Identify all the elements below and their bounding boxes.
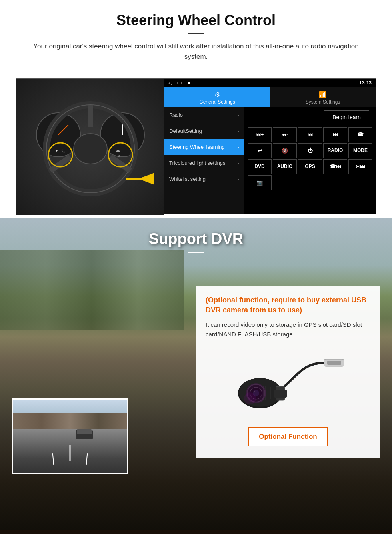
svg-text:-: -: [56, 154, 57, 158]
ctrl-phone[interactable]: ☎: [348, 127, 372, 142]
home-icon[interactable]: ○: [175, 80, 178, 86]
begin-learn-area: Begin learn: [248, 110, 372, 124]
svg-rect-20: [327, 361, 341, 365]
android-ui: ◁ ○ □ ■ 13:13 ⚙ General Settings 📶 Syste…: [164, 79, 376, 214]
menu-item-default[interactable]: DefaultSetting ›: [164, 123, 244, 139]
ctrl-phone-prev[interactable]: ☎⏮: [323, 159, 347, 174]
nav-icons: ◁ ○ □ ■: [168, 80, 190, 86]
steering-title: Steering Wheel Control: [16, 12, 376, 29]
svg-rect-28: [274, 390, 287, 398]
tab-general-settings[interactable]: ⚙ General Settings: [164, 87, 270, 107]
ctrl-camera[interactable]: 📷: [248, 175, 272, 190]
dvr-bottom-dark: [0, 530, 392, 534]
controls-panel: Begin learn ⏮+ ⏮- ⏮ ⏭ ☎ ↩ 🔇 ⏻: [244, 107, 376, 214]
control-row-3: DVD AUDIO GPS ☎⏮ ✂⏭: [248, 159, 372, 174]
steering-wheel-image: + - 📞 ◀▶ ⚙: [16, 79, 164, 215]
tab-system-settings[interactable]: 📶 System Settings: [270, 87, 376, 107]
ctrl-dvd[interactable]: DVD: [248, 159, 272, 174]
recent-icon[interactable]: □: [181, 80, 184, 86]
steering-subtitle: Your original car's steering wheel contr…: [32, 41, 360, 62]
arrow-icon: ›: [238, 145, 239, 150]
arrow-icon: ›: [238, 129, 239, 134]
settings-tabs: ⚙ General Settings 📶 System Settings: [164, 87, 376, 107]
menu-item-whitelist[interactable]: Whitelist setting ›: [164, 171, 244, 187]
gear-icon: ⚙: [166, 91, 268, 98]
road-line-center: [70, 445, 71, 461]
back-icon[interactable]: ◁: [168, 80, 172, 86]
dvr-card: (Optional function, require to buy exter…: [196, 286, 380, 458]
status-bar: ◁ ○ □ ■ 13:13: [164, 79, 376, 87]
arrow-icon: ›: [238, 177, 239, 182]
dvr-device-area: [206, 347, 370, 427]
menu-default-label: DefaultSetting: [169, 128, 202, 134]
tab-general-label: General Settings: [199, 99, 235, 105]
svg-text:📞: 📞: [61, 149, 65, 153]
dvr-section: Support DVR (Optional function, require …: [0, 218, 392, 534]
ctrl-audio[interactable]: AUDIO: [273, 159, 297, 174]
begin-learn-button[interactable]: Begin learn: [324, 110, 369, 124]
dvr-title-divider: [188, 252, 204, 253]
dvr-title: Support DVR: [0, 230, 392, 248]
ctrl-radio[interactable]: RADIO: [323, 143, 347, 158]
ctrl-gps[interactable]: GPS: [298, 159, 322, 174]
menu-list: Radio › DefaultSetting › Steering Wheel …: [164, 107, 244, 214]
svg-point-9: [74, 134, 107, 164]
svg-text:⚙: ⚙: [118, 154, 120, 157]
menu-item-tricolor[interactable]: Tricoloured light settings ›: [164, 155, 244, 171]
menu-and-controls: Radio › DefaultSetting › Steering Wheel …: [164, 107, 376, 214]
status-time: 13:13: [359, 80, 372, 86]
dvr-description: It can record video only to storage in G…: [206, 320, 370, 339]
ctrl-vol-down[interactable]: ⏮-: [273, 127, 297, 142]
ctrl-prev[interactable]: ⏮: [298, 127, 322, 142]
svg-point-34: [244, 392, 256, 404]
ctrl-back[interactable]: ↩: [248, 143, 272, 158]
preview-car-roof: [77, 429, 92, 434]
control-row-2: ↩ 🔇 ⏻ RADIO MODE: [248, 143, 372, 158]
menu-radio-label: Radio: [169, 112, 183, 118]
ctrl-power[interactable]: ⏻: [298, 143, 322, 158]
menu-whitelist-label: Whitelist setting: [169, 176, 206, 182]
trees-left: [0, 250, 184, 330]
arrow-icon: ›: [238, 161, 239, 166]
ctrl-next[interactable]: ⏭: [323, 127, 347, 142]
ctrl-vol-up[interactable]: ⏮+: [248, 127, 272, 142]
menu-steering-label: Steering Wheel learning: [169, 144, 225, 150]
dvr-optional-title: (Optional function, require to buy exter…: [206, 295, 370, 315]
menu-item-radio[interactable]: Radio ›: [164, 107, 244, 123]
ctrl-mode[interactable]: MODE: [348, 143, 372, 158]
menu-icon[interactable]: ■: [188, 80, 190, 86]
dvr-preview-window: [12, 398, 128, 474]
menu-item-steering[interactable]: Steering Wheel learning ›: [164, 139, 244, 155]
title-divider: [188, 33, 204, 34]
dvr-background: Support DVR (Optional function, require …: [0, 218, 392, 530]
system-icon: 📶: [272, 91, 374, 98]
dvr-device-svg: [228, 351, 348, 419]
dvr-title-overlay: Support DVR: [0, 218, 392, 257]
preview-buildings: [13, 413, 127, 431]
arrow-icon: ›: [238, 113, 239, 118]
control-row-4: 📷: [248, 175, 372, 190]
optional-function-button[interactable]: Optional Function: [248, 427, 328, 446]
tab-system-label: System Settings: [306, 99, 340, 105]
svg-text:◀▶: ◀▶: [116, 149, 121, 153]
steering-panel: + - 📞 ◀▶ ⚙ ◁ ○ □ ■: [16, 78, 376, 214]
control-row-1: ⏮+ ⏮- ⏮ ⏭ ☎: [248, 127, 372, 142]
svg-text:+: +: [56, 149, 58, 153]
steering-section: Steering Wheel Control Your original car…: [0, 0, 392, 214]
ctrl-phone-next[interactable]: ✂⏭: [348, 159, 372, 174]
menu-tricolor-label: Tricoloured light settings: [169, 160, 225, 166]
ctrl-mute[interactable]: 🔇: [273, 143, 297, 158]
